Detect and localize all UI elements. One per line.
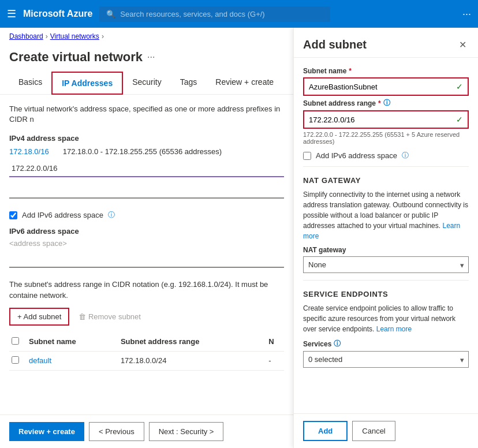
- panel-title: Add subnet: [303, 38, 367, 51]
- tab-security[interactable]: Security: [123, 72, 171, 94]
- close-panel-button[interactable]: ✕: [457, 37, 469, 53]
- ipv6-section: IPv6 address space <address space>: [9, 227, 284, 272]
- subnet-address-label: Subnet address range * ⓘ: [303, 98, 469, 108]
- row-checkbox-cell: [9, 351, 27, 370]
- subnet-name-required: *: [349, 67, 352, 75]
- subnet-name-valid-icon: ✓: [456, 82, 463, 91]
- main-container: Dashboard › Virtual networks › Create vi…: [0, 28, 478, 448]
- search-bar[interactable]: 🔍: [99, 6, 330, 22]
- subnet-name-link[interactable]: default: [29, 356, 51, 365]
- nat-gateway-label: NAT gateway: [303, 246, 469, 254]
- search-input[interactable]: [120, 10, 323, 18]
- table-col-name: Subnet name: [27, 333, 118, 352]
- nat-gateway-select[interactable]: None: [303, 256, 469, 273]
- page-dots-menu[interactable]: ···: [147, 52, 155, 62]
- subnet-table: Subnet name Subnet address range N defau…: [9, 333, 284, 371]
- ipv4-section-title: IPv4 address space: [9, 134, 284, 143]
- services-select[interactable]: 0 selected: [303, 351, 469, 368]
- panel-ipv6-checkbox[interactable]: [303, 152, 311, 160]
- nat-gateway-desc: Simplify connectivity to the internet us…: [303, 189, 469, 241]
- ipv6-checkbox-row: Add IPv6 address space ⓘ: [9, 210, 284, 220]
- ipv4-range: 172.18.0.0 - 172.18.255.255 (65536 addre…: [63, 147, 222, 156]
- subnet-name-label: Subnet name *: [303, 67, 469, 75]
- right-panel: Add subnet ✕ Subnet name * ✓ Subnet addr…: [293, 28, 478, 448]
- row-range-cell: 172.18.0.0/24: [118, 351, 266, 370]
- breadcrumb: Dashboard › Virtual networks ›: [0, 28, 293, 45]
- page-title: Create virtual network: [9, 50, 143, 65]
- services-label: Services ⓘ: [303, 339, 469, 349]
- top-navigation: ☰ Microsoft Azure 🔍 ···: [0, 0, 478, 28]
- table-col-check: [9, 333, 27, 352]
- ipv4-input-1[interactable]: [9, 160, 284, 177]
- ipv6-input[interactable]: [9, 251, 284, 268]
- search-icon: 🔍: [106, 10, 115, 18]
- more-options-icon[interactable]: ···: [462, 8, 471, 20]
- divider-2: [303, 280, 469, 281]
- remove-subnet-button[interactable]: 🗑 Remove subnet: [72, 308, 148, 326]
- review-create-button[interactable]: Review + create: [9, 422, 84, 441]
- tab-review-create[interactable]: Review + create: [206, 72, 283, 94]
- service-endpoints-learn-more[interactable]: Learn more: [376, 325, 412, 333]
- tab-ip-addresses[interactable]: IP Addresses: [51, 72, 123, 95]
- breadcrumb-virtual-networks[interactable]: Virtual networks: [50, 32, 99, 40]
- row-name-cell: default: [27, 351, 118, 370]
- subnet-name-input[interactable]: [309, 83, 456, 91]
- add-subnet-button[interactable]: + Add subnet: [9, 308, 69, 326]
- nat-gateway-select-container: None ▾: [303, 256, 469, 273]
- panel-ipv6-info-icon[interactable]: ⓘ: [402, 151, 409, 160]
- subnet-address-valid-icon: ✓: [456, 115, 463, 124]
- subnet-description: The subnet's address range in CIDR notat…: [9, 279, 284, 300]
- hamburger-icon[interactable]: ☰: [7, 8, 16, 20]
- panel-ipv6-checkbox-row: Add IPv6 address space ⓘ: [303, 151, 469, 160]
- add-button[interactable]: Add: [303, 421, 348, 441]
- ipv6-info-icon[interactable]: ⓘ: [108, 210, 115, 220]
- subnet-address-input-container: ✓: [303, 110, 469, 129]
- brand-logo: Microsoft Azure: [23, 9, 92, 19]
- page-title-area: Create virtual network ···: [0, 45, 293, 72]
- service-endpoints-desc: Create service endpoint policies to allo…: [303, 303, 469, 334]
- panel-header: Add subnet ✕: [294, 28, 478, 58]
- subnet-name-input-container: ✓: [303, 77, 469, 96]
- content-area: The virtual network's address space, spe…: [0, 95, 293, 415]
- ipv4-input-2[interactable]: [9, 182, 284, 199]
- tab-tags[interactable]: Tags: [171, 72, 207, 94]
- divider-1: [303, 166, 469, 167]
- table-col-extra: N: [266, 333, 284, 352]
- services-select-container: 0 selected ▾: [303, 351, 469, 368]
- ipv4-address-row: 172.18.0/16 172.18.0.0 - 172.18.255.255 …: [9, 147, 284, 156]
- subnet-address-input[interactable]: [309, 115, 456, 124]
- row-extra-cell: -: [266, 351, 284, 370]
- ipv4-address: 172.18.0/16: [9, 147, 49, 156]
- breadcrumb-dashboard[interactable]: Dashboard: [9, 32, 43, 40]
- row-checkbox[interactable]: [12, 356, 19, 364]
- cancel-button[interactable]: Cancel: [352, 421, 395, 441]
- service-endpoints-section-title: SERVICE ENDPOINTS: [303, 290, 469, 298]
- breadcrumb-sep2: ›: [102, 32, 104, 40]
- table-col-range: Subnet address range: [118, 333, 266, 352]
- subnet-address-info-icon[interactable]: ⓘ: [383, 98, 390, 108]
- left-footer: Review + create < Previous Next : Securi…: [0, 415, 293, 448]
- tabs-container: Basics IP Addresses Security Tags Review…: [0, 72, 293, 95]
- ipv6-section-title: IPv6 address space: [9, 227, 284, 236]
- panel-ipv6-label: Add IPv6 address space: [316, 151, 397, 160]
- tab-basics[interactable]: Basics: [9, 72, 51, 94]
- previous-button[interactable]: < Previous: [89, 422, 144, 441]
- breadcrumb-sep1: ›: [46, 32, 48, 40]
- panel-footer: Add Cancel: [294, 413, 478, 448]
- subnet-actions-row: + Add subnet 🗑 Remove subnet: [9, 308, 284, 326]
- section-description: The virtual network's address space, spe…: [9, 104, 284, 125]
- services-info-icon[interactable]: ⓘ: [334, 339, 341, 349]
- ipv6-checkbox[interactable]: [9, 211, 17, 219]
- subnet-address-range-hint: 172.22.0.0 - 172.22.255.255 (65531 + 5 A…: [303, 131, 469, 145]
- nat-gateway-section-title: NAT GATEWAY: [303, 176, 469, 185]
- left-panel: Dashboard › Virtual networks › Create vi…: [0, 28, 293, 448]
- ipv6-placeholder: <address space>: [9, 239, 284, 248]
- subnet-address-required: *: [378, 99, 381, 107]
- next-security-button[interactable]: Next : Security >: [149, 422, 224, 441]
- table-row: default 172.18.0.0/24 -: [9, 351, 284, 370]
- ipv6-checkbox-label: Add IPv6 address space: [22, 211, 103, 219]
- select-all-checkbox[interactable]: [12, 337, 19, 345]
- panel-content: Subnet name * ✓ Subnet address range * ⓘ…: [294, 58, 478, 413]
